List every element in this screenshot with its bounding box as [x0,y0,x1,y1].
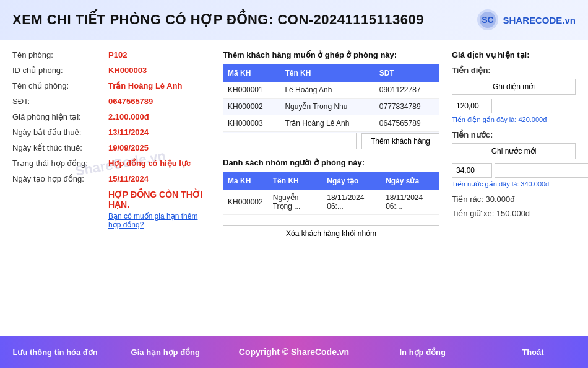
cell-tao: 18/11/2024 06:... [322,190,381,215]
group-col-tao: Ngày tạo [322,172,381,190]
svg-text:SC: SC [482,15,494,25]
add-customer-input[interactable] [223,133,357,149]
table-row[interactable]: KH000003Trần Hoàng Lê Anh0647565789 [223,115,439,132]
right-column: Giá dịch vụ hiện tại: Tiền điện: Ghi điệ… [452,50,576,328]
col-ten-kh: Tên KH [280,64,374,82]
cell-sdt: 0901122787 [374,82,439,99]
electricity-label: Tiền điện: [452,66,576,75]
remove-customer-button[interactable]: Xóa khách hàng khỏi nhóm [223,225,439,242]
start-label: Ngày bắt đầu thuê: [12,128,108,137]
extend-link[interactable]: Bạn có muốn gia hạn thêm hợp đồng? [108,212,210,229]
phone-row: SĐT: 0647565789 [12,97,210,106]
col-sdt: SDT [374,64,439,82]
cell-ma: KH000001 [223,82,280,99]
phone-value: 0647565789 [108,97,153,106]
group-col-ten: Tên KH [268,172,322,190]
exit-button[interactable]: Thoát [478,336,588,368]
table-row[interactable]: KH000002Nguyễn Trong Nhu0777834789 [223,99,439,115]
print-contract-button[interactable]: In hợp đồng [368,336,478,368]
price-value: 2.100.000đ [108,112,149,121]
water-label: Tiền nước: [452,130,576,139]
add-customer-button[interactable]: Thêm khách hàng [361,133,439,149]
status-value: Hợp đồng có hiệu lực [108,159,191,168]
start-row: Ngày bắt đầu thuê: 13/11/2024 [12,128,210,137]
services-title: Giá dịch vụ hiện tại: [452,50,576,59]
owner-name-row: Tên chủ phòng: Trần Hoàng Lê Anh [12,81,210,90]
header: XEM CHI TIẾT PHÒNG CÓ HỢP ĐỒNG: CON-2024… [0,0,588,40]
phone-label: SĐT: [12,97,108,106]
water-input-row [452,163,576,178]
group-table-header-row: Mã KH Tên KH Ngày tạo Ngày sửa [223,172,439,190]
owner-name-label: Tên chủ phòng: [12,81,108,90]
cell-ten: Lê Hoàng Anh [280,82,374,99]
customer-table-container[interactable]: Mã KH Tên KH SDT KH000001Lê Hoàng Anh090… [223,64,439,133]
created-value: 15/11/2024 [108,174,149,183]
table-row[interactable]: KH000002Nguyễn Trọng ...18/11/2024 06:..… [223,190,439,215]
customer-table-header-row: Mã KH Tên KH SDT [223,64,439,82]
cell-ten: Nguyễn Trong Nhu [280,99,374,115]
owner-id-row: ID chủ phòng: KH000003 [12,66,210,75]
room-row: Tên phòng: P102 [12,50,210,59]
middle-column: Thêm khách hàng muốn ở ghép ở phòng này:… [223,50,439,328]
logo: SC SHARECODE.vn [477,9,576,31]
cell-ten: Nguyễn Trọng ... [268,190,322,215]
contract-valid-text: HỢP ĐỒNG CÒN THỜI HẠN. [108,190,210,209]
contract-valid-block: HỢP ĐỒNG CÒN THỜI HẠN. Bạn có muốn gia h… [108,190,210,229]
left-column: Tên phòng: P102 ID chủ phòng: KH000003 T… [12,50,210,328]
water-note: Tiền nước gần đây là: 340.000đ [452,180,576,188]
electricity-input-extra[interactable] [495,99,588,113]
cell-ten: Trần Hoàng Lê Anh [280,115,374,132]
price-row: Giá phòng hiện tại: 2.100.000đ [12,112,210,121]
page-title: XEM CHI TIẾT PHÒNG CÓ HỢP ĐỒNG: CON-2024… [12,12,424,28]
footer: Lưu thông tin hóa đơn Gia hạn hợp đồng C… [0,336,588,368]
trash-label: Tiền rác: [452,195,485,204]
room-value: P102 [108,50,127,59]
owner-id-value: KH000003 [108,66,147,75]
owner-id-label: ID chủ phòng: [12,66,108,75]
end-row: Ngày kết thúc thuê: 19/09/2025 [12,143,210,152]
logo-text: SHARECODE.vn [503,15,576,25]
trash-value: 30.000đ [485,195,514,204]
parking-label: Tiền giữ xe: [452,209,496,218]
main-content: Tên phòng: P102 ID chủ phòng: KH000003 T… [0,40,588,338]
status-label: Trạng thái hợp đồng: [12,159,108,168]
cell-ma: KH000003 [223,115,280,132]
group-title: Danh sách nhóm người ở phòng này: [223,158,439,167]
group-table-container[interactable]: Mã KH Tên KH Ngày tạo Ngày sửa KH000002N… [223,172,439,221]
footer-copyright: Copyright © ShareCode.vn [220,347,367,357]
add-customer-title: Thêm khách hàng muốn ở ghép ở phòng này: [223,50,439,59]
trash-row: Tiền rác: 30.000đ [452,195,576,204]
add-customer-row: Thêm khách hàng [223,133,439,149]
end-value: 19/09/2025 [108,143,149,152]
room-label: Tên phòng: [12,50,108,59]
customer-table: Mã KH Tên KH SDT KH000001Lê Hoàng Anh090… [223,64,439,133]
created-label: Ngày tạo hợp đồng: [12,174,108,183]
logo-icon: SC [477,9,499,31]
water-input-extra[interactable] [495,163,588,178]
cell-sua: 18/11/2024 06:... [381,190,439,215]
col-ma-kh: Mã KH [223,64,280,82]
electricity-note: Tiền điện gần đây là: 420.000đ [452,116,576,124]
owner-name-value: Trần Hoàng Lê Anh [108,81,182,90]
parking-value: 150.000đ [496,209,530,218]
water-button[interactable]: Ghi nước mới [452,143,576,159]
cell-ma: KH000002 [223,99,280,115]
extend-contract-button[interactable]: Gia hạn hợp đồng [110,336,220,368]
group-table: Mã KH Tên KH Ngày tạo Ngày sửa KH000002N… [223,172,439,215]
table-row[interactable]: KH000001Lê Hoàng Anh0901122787 [223,82,439,99]
created-row: Ngày tạo hợp đồng: 15/11/2024 [12,174,210,183]
status-row: Trạng thái hợp đồng: Hợp đồng có hiệu lự… [12,159,210,168]
group-col-sua: Ngày sửa [381,172,439,190]
cell-sdt: 0777834789 [374,99,439,115]
cell-sdt: 0647565789 [374,115,439,132]
start-value: 13/11/2024 [108,128,149,137]
electricity-input[interactable] [452,99,492,113]
group-col-ma: Mã KH [223,172,268,190]
price-label: Giá phòng hiện tại: [12,112,108,121]
electricity-input-row [452,99,576,113]
water-input[interactable] [452,163,492,178]
end-label: Ngày kết thúc thuê: [12,143,108,152]
cell-ma: KH000002 [223,190,268,215]
save-invoice-button[interactable]: Lưu thông tin hóa đơn [0,336,110,368]
electricity-button[interactable]: Ghi điện mới [452,79,576,95]
